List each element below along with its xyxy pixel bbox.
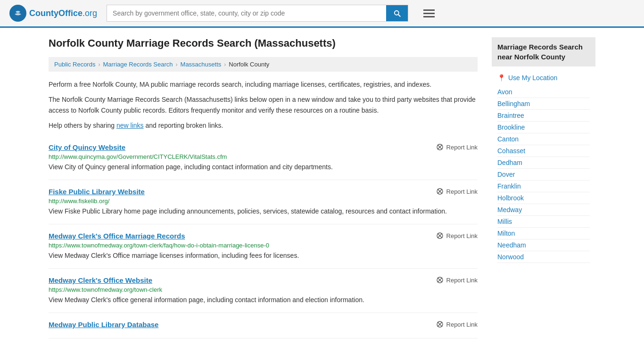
description-3: Help others by sharing new links and rep… bbox=[49, 120, 478, 131]
sidebar-link-medway[interactable]: Medway bbox=[497, 206, 522, 214]
sidebar-link-item: Norwood bbox=[497, 251, 590, 263]
breadcrumb-sep-1: › bbox=[98, 61, 100, 68]
hamburger-line-2 bbox=[423, 13, 435, 14]
sidebar-link-braintree[interactable]: Braintree bbox=[497, 112, 524, 119]
sidebar-link-canton[interactable]: Canton bbox=[497, 135, 519, 143]
hamburger-line-1 bbox=[423, 9, 435, 11]
result-header: Fiske Public Library Website Report Link bbox=[49, 188, 478, 196]
result-title[interactable]: Fiske Public Library Website bbox=[49, 188, 145, 196]
sidebar-city-links: Avon Bellingham Braintree Brookline Cant… bbox=[492, 86, 595, 263]
sidebar-link-franklin[interactable]: Franklin bbox=[497, 182, 521, 190]
sidebar-link-item: Franklin bbox=[497, 181, 590, 192]
sidebar-link-item: Avon bbox=[497, 86, 590, 98]
location-pin-icon: 📍 bbox=[497, 74, 505, 82]
search-input[interactable] bbox=[107, 6, 386, 21]
logo-area: CountyOffice.org bbox=[9, 5, 97, 22]
sidebar-link-item: Milton bbox=[497, 228, 590, 239]
report-link-button[interactable]: Report Link bbox=[436, 232, 478, 239]
breadcrumb-sep-2: › bbox=[176, 61, 178, 68]
result-header: Medway Public Library Database Report Li… bbox=[49, 321, 478, 329]
sidebar-link-brookline[interactable]: Brookline bbox=[497, 123, 525, 131]
result-item: Medway Clerk's Office Marriage Records R… bbox=[49, 224, 478, 269]
result-header: City of Quincy Website Report Link bbox=[49, 143, 478, 151]
sidebar-link-item: Dedham bbox=[497, 157, 590, 169]
search-button[interactable] bbox=[386, 5, 408, 21]
sidebar-link-item: Dover bbox=[497, 169, 590, 181]
result-desc: View Medway Clerk's Office marriage lice… bbox=[49, 251, 478, 261]
sidebar-link-milton[interactable]: Milton bbox=[497, 230, 515, 237]
sidebar-link-item: Brookline bbox=[497, 122, 590, 133]
result-title[interactable]: Medway Clerk's Office Website bbox=[49, 276, 152, 284]
sidebar-link-item: Medway bbox=[497, 204, 590, 216]
result-desc: View Medway Clerk's office general infor… bbox=[49, 295, 478, 305]
result-title[interactable]: Medway Clerk's Office Marriage Records bbox=[49, 232, 185, 240]
description-2: The Norfolk County Marriage Records Sear… bbox=[49, 94, 478, 115]
report-link-button[interactable]: Report Link bbox=[436, 188, 478, 195]
report-link-label: Report Link bbox=[446, 232, 478, 239]
report-link-label: Report Link bbox=[446, 321, 478, 328]
sidebar-link-cohasset[interactable]: Cohasset bbox=[497, 147, 525, 155]
report-link-button[interactable]: Report Link bbox=[436, 321, 478, 328]
report-link-button[interactable]: Report Link bbox=[436, 276, 478, 284]
sidebar-link-millis[interactable]: Millis bbox=[497, 218, 512, 225]
report-link-label: Report Link bbox=[446, 188, 478, 195]
result-desc: View City of Quincy general information … bbox=[49, 162, 478, 172]
sidebar-link-norwood[interactable]: Norwood bbox=[497, 253, 524, 261]
description-1: Perform a free Norfolk County, MA public… bbox=[49, 79, 478, 90]
sidebar-title: Marriage Records Search near Norfolk Cou… bbox=[492, 37, 595, 66]
sidebar-link-item: Cohasset bbox=[497, 145, 590, 157]
site-header: CountyOffice.org bbox=[0, 0, 644, 28]
result-item: Fiske Public Library Website Report Link… bbox=[49, 180, 478, 224]
result-desc: View Fiske Public Library home page incl… bbox=[49, 206, 478, 216]
report-link-button[interactable]: Report Link bbox=[436, 143, 478, 151]
use-location-label: Use My Location bbox=[508, 74, 557, 82]
breadcrumb-marriage-records[interactable]: Marriage Records Search bbox=[103, 61, 173, 68]
sidebar-link-dover[interactable]: Dover bbox=[497, 171, 515, 178]
sidebar-link-item: Canton bbox=[497, 133, 590, 145]
sidebar: Marriage Records Search near Norfolk Cou… bbox=[492, 37, 595, 338]
new-links-link[interactable]: new links bbox=[116, 122, 144, 129]
result-url[interactable]: http://www.fiskelib.org/ bbox=[49, 197, 478, 205]
breadcrumb-public-records[interactable]: Public Records bbox=[54, 61, 95, 68]
breadcrumb: Public Records › Marriage Records Search… bbox=[49, 57, 478, 72]
breadcrumb-massachusetts[interactable]: Massachusetts bbox=[181, 61, 222, 68]
sidebar-link-needham[interactable]: Needham bbox=[497, 241, 526, 249]
sidebar-link-bellingham[interactable]: Bellingham bbox=[497, 100, 530, 107]
main-container: Norfolk County Marriage Records Search (… bbox=[39, 28, 605, 348]
result-url[interactable]: https://www.townofmedway.org/town-clerk bbox=[49, 286, 478, 293]
result-url[interactable]: https://www.townofmedway.org/town-clerk/… bbox=[49, 242, 478, 249]
breadcrumb-sep-3: › bbox=[224, 61, 226, 68]
hamburger-menu-button[interactable] bbox=[421, 6, 437, 21]
report-link-label: Report Link bbox=[446, 277, 478, 284]
result-header: Medway Clerk's Office Marriage Records R… bbox=[49, 232, 478, 240]
sidebar-link-item: Millis bbox=[497, 216, 590, 228]
report-link-label: Report Link bbox=[446, 144, 478, 151]
results-list: City of Quincy Website Report Link http:… bbox=[49, 136, 478, 338]
breadcrumb-norfolk: Norfolk County bbox=[229, 61, 269, 68]
page-title: Norfolk County Marriage Records Search (… bbox=[49, 37, 478, 49]
logo-text: CountyOffice.org bbox=[29, 8, 97, 18]
content-area: Norfolk County Marriage Records Search (… bbox=[49, 37, 478, 338]
sidebar-link-item: Braintree bbox=[497, 110, 590, 122]
use-my-location-link[interactable]: 📍 Use My Location bbox=[492, 72, 595, 86]
sidebar-link-item: Holbrook bbox=[497, 192, 590, 204]
result-item: City of Quincy Website Report Link http:… bbox=[49, 136, 478, 180]
result-title[interactable]: City of Quincy Website bbox=[49, 143, 125, 151]
result-header: Medway Clerk's Office Website Report Lin… bbox=[49, 276, 478, 284]
sidebar-link-avon[interactable]: Avon bbox=[497, 88, 512, 96]
hamburger-line-3 bbox=[423, 16, 435, 17]
result-title[interactable]: Medway Public Library Database bbox=[49, 321, 158, 329]
result-url[interactable]: http://www.quincyma.gov/Government/CITYC… bbox=[49, 153, 478, 160]
result-item: Medway Public Library Database Report Li… bbox=[49, 313, 478, 338]
sidebar-link-item: Needham bbox=[497, 239, 590, 251]
sidebar-link-dedham[interactable]: Dedham bbox=[497, 159, 522, 166]
search-bar bbox=[107, 5, 408, 22]
sidebar-link-holbrook[interactable]: Holbrook bbox=[497, 194, 524, 202]
logo-icon bbox=[9, 5, 26, 22]
sidebar-link-item: Bellingham bbox=[497, 98, 590, 110]
result-item: Medway Clerk's Office Website Report Lin… bbox=[49, 269, 478, 313]
